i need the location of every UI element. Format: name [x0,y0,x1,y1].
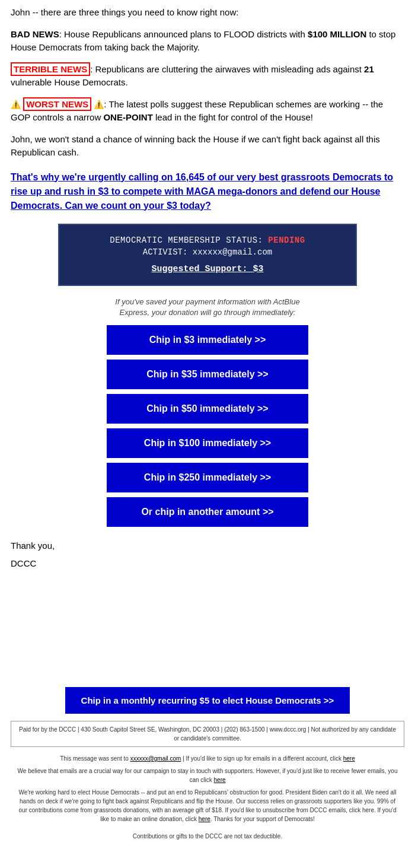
bad-news-text: : House Republicans announced plans to F… [59,29,308,39]
monthly-cta-section: Chip in a monthly recurring $5 to elect … [11,687,404,714]
intro-text: John -- there are three things you need … [11,6,404,20]
signature-text: DCCC [11,558,404,568]
donate-35-button[interactable]: Chip in $35 immediately >> [107,360,308,389]
actblue-note: If you've saved your payment information… [11,297,404,318]
terrible-news-text2: vulnerable House Democrats. [11,77,128,87]
suggested-support-text: Suggested Support: $3 [151,264,263,274]
activist-email: xxxxxx@gmail.com [193,247,272,257]
footer-here2-link[interactable]: here [214,777,226,783]
membership-status-line: DEMOCRATIC MEMBERSHIP STATUS: PENDING [71,236,344,245]
bad-news-label: BAD NEWS [11,29,59,39]
fight-back-text: John, we won't stand a chance of winning… [11,133,404,160]
footer-fewer-emails: We believe that emails are a crucial way… [17,767,398,784]
cta-link[interactable]: That's why we're urgently calling on 16,… [11,172,393,211]
worst-news-label: WORST NEWS [23,97,91,111]
donate-100-button[interactable]: Chip in $100 immediately >> [107,428,308,458]
actblue-line2: Express, your donation will go through i… [120,308,296,317]
footer-email-link[interactable]: xxxxxx@gmail.com [130,755,181,762]
footer-here1-link[interactable]: here [343,755,355,762]
donate-50-button[interactable]: Chip in $50 immediately >> [107,394,308,424]
footer-sent-prefix: This message was sent to [60,755,130,762]
thank-you-text: Thank you, [11,538,404,554]
donate-3-button[interactable]: Chip in $3 immediately >> [107,325,308,355]
worst-news-section: ⚠️ WORST NEWS ⚠️: The latest polls sugge… [11,98,404,125]
actblue-line1: If you've saved your payment information… [115,297,299,306]
membership-box: DEMOCRATIC MEMBERSHIP STATUS: PENDING AC… [58,224,357,286]
terrible-news-text: : Republicans are cluttering the airwave… [90,64,364,74]
worst-news-emphasis: ONE-POINT [103,112,152,122]
donation-buttons-container: Chip in $3 immediately >> Chip in $35 im… [11,325,404,527]
membership-status-value: PENDING [268,236,305,245]
suggested-support: Suggested Support: $3 [71,264,344,274]
terrible-news-label: TERRIBLE NEWS [11,62,90,76]
activist-label: ACTIVIST: [143,247,188,257]
footer-line3-suffix: . Thanks for your support of Democrats! [210,816,315,822]
footer-sent-suffix: | If you'd like to sign up for emails in… [181,755,343,762]
bad-news-amount: $100 MILLION [308,29,366,39]
membership-status-label: DEMOCRATIC MEMBERSHIP STATUS: [110,236,263,245]
donate-250-button[interactable]: Chip in $250 immediately >> [107,463,308,492]
donate-other-button[interactable]: Or chip in another amount >> [107,497,308,527]
footer-working-hard: We're working hard to elect House Democr… [17,788,398,824]
warning-icon-left: ⚠️ [11,100,21,109]
footer-fewer-text: We believe that emails are a crucial way… [18,768,398,783]
warning-icon-right: ⚠️ [94,100,104,109]
worst-news-text2: lead in the fight for control of the Hou… [153,112,313,122]
not-deductible-text: Contributions or gifts to the DCCC are n… [11,833,404,840]
bad-news-section: BAD NEWS: House Republicans announced pl… [11,28,404,55]
paid-for-box: Paid for by the DCCC | 430 South Capitol… [11,721,404,747]
monthly-donate-button[interactable]: Chip in a monthly recurring $5 to elect … [65,687,350,714]
cta-link-section[interactable]: That's why we're urgently calling on 16,… [11,170,404,213]
terrible-news-number: 21 [364,64,374,74]
terrible-news-section: TERRIBLE NEWS: Republicans are clutterin… [11,63,404,90]
footer-here3-link[interactable]: here [199,816,210,822]
footer-sent-to: This message was sent to xxxxxx@gmail.co… [17,754,398,763]
footer-messages: This message was sent to xxxxxx@gmail.co… [11,752,404,829]
activist-line: ACTIVIST: xxxxxx@gmail.com [71,247,344,257]
